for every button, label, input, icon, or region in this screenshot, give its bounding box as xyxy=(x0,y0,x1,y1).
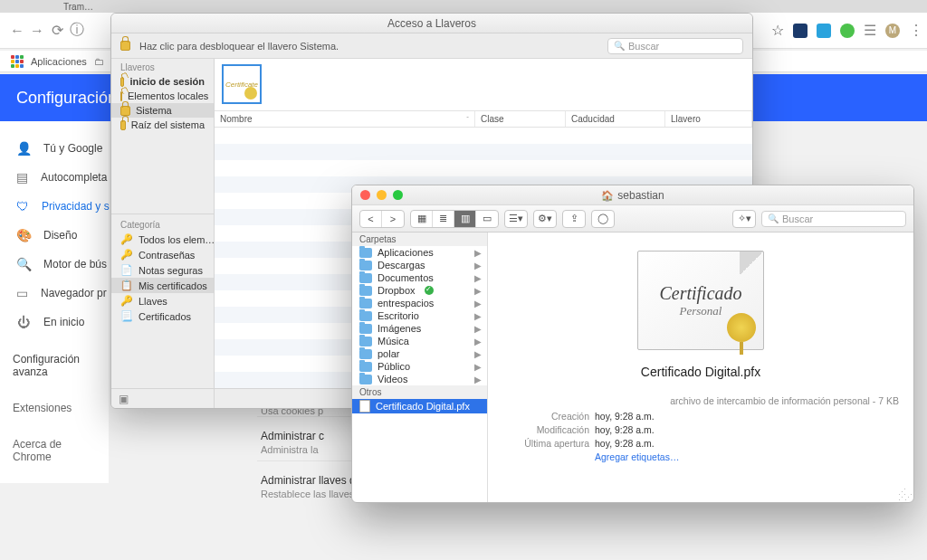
folder-item[interactable]: Documentos▶ xyxy=(352,271,487,284)
sidebar-label: Tú y Google xyxy=(43,142,102,155)
folder-icon xyxy=(359,299,372,308)
folder-label: Público xyxy=(377,361,410,372)
cert-thumbnail[interactable]: Certificate xyxy=(222,64,262,104)
palette-icon: 🎨 xyxy=(16,228,31,242)
dropbox-button[interactable]: ✧▾ xyxy=(733,211,755,227)
add-tags-link[interactable]: Agregar etiquetas… xyxy=(595,451,679,464)
col-clase[interactable]: Clase xyxy=(475,111,566,127)
arrange-button[interactable]: ☰▾ xyxy=(505,211,527,227)
sidebar-about[interactable]: Acerca de Chrome xyxy=(0,422,109,470)
finder-titlebar[interactable]: sebastian xyxy=(352,185,913,205)
folder-label: Descargas xyxy=(377,260,425,271)
folder-item[interactable]: Música▶ xyxy=(352,335,487,347)
sidebar-item-appearance[interactable]: 🎨Diseño xyxy=(0,221,109,250)
category-item-mycerts[interactable]: 📋Mis certificados xyxy=(111,278,214,293)
sidebar-item-onstartup[interactable]: ⏻En inicio xyxy=(0,308,109,337)
category-item-notes[interactable]: 📄Notas seguras xyxy=(111,262,214,278)
sidebar-advanced[interactable]: Configuración avanza xyxy=(0,337,109,385)
tags-button[interactable]: ◯ xyxy=(592,211,614,227)
browser-tab[interactable]: Tram… xyxy=(63,2,93,12)
col-caducidad[interactable]: Caducidad xyxy=(566,111,665,127)
sidebar-extensions[interactable]: Extensiones xyxy=(0,385,109,422)
forward-icon[interactable]: → xyxy=(27,23,47,39)
folder-icon xyxy=(359,286,372,296)
meta-row: Creaciónhoy, 9:28 a.m. xyxy=(502,410,899,423)
keychain-unlockbar: Haz clic para desbloquear el llavero Sis… xyxy=(111,33,752,59)
chevron-right-icon: ▶ xyxy=(474,286,482,296)
category-icon: 🔑 xyxy=(120,249,133,261)
keychain-search[interactable]: Buscar xyxy=(607,38,743,54)
meta-label: Modificación xyxy=(502,423,589,437)
view-icon-button[interactable]: ▦ xyxy=(411,211,433,227)
close-button[interactable] xyxy=(360,190,370,200)
folder-icon xyxy=(359,248,372,258)
apps-icon[interactable] xyxy=(11,55,24,68)
reload-icon[interactable]: ⟳ xyxy=(47,22,67,39)
bookmark-folder-icon[interactable]: 🗀 xyxy=(94,56,104,67)
finder-preview-pane: Certificado Personal Certificado Digital… xyxy=(488,233,913,502)
forward-button[interactable]: > xyxy=(382,211,404,227)
file-item-selected[interactable]: Certificado Digital.pfx xyxy=(352,399,487,413)
profile-avatar[interactable]: M xyxy=(885,24,900,38)
menu-icon[interactable]: ⋮ xyxy=(909,22,923,39)
view-buttons: ▦ ≣ ▥ ▭ xyxy=(410,210,499,228)
col-nombre[interactable]: Nombreˆ xyxy=(215,111,475,127)
share-button[interactable]: ⇪ xyxy=(563,211,585,227)
unlock-hint: Haz clic para desbloquear el llavero Sis… xyxy=(139,41,339,52)
meta-value: hoy, 9:28 a.m. xyxy=(595,423,655,437)
category-item-keys[interactable]: 🔑Llaves xyxy=(111,293,214,308)
chevron-right-icon: ▶ xyxy=(474,375,482,384)
folder-item[interactable]: entrespacios▶ xyxy=(352,297,487,309)
folder-item[interactable]: Público▶ xyxy=(352,360,487,373)
folder-icon xyxy=(359,273,372,283)
resize-grip[interactable]: ⋰⋰⋰ xyxy=(898,489,911,500)
item-label: Notas seguras xyxy=(139,265,203,276)
sidebar-item-you-and-google[interactable]: 👤Tú y Google xyxy=(0,134,109,163)
meta-label: Última apertura xyxy=(502,437,589,451)
sidebar-item-autofill[interactable]: ▤Autocompleta xyxy=(0,163,109,192)
action-button[interactable]: ⚙▾ xyxy=(534,211,556,227)
bookmark-star-icon[interactable]: ☆ xyxy=(771,22,784,39)
item-label: Llaves xyxy=(139,296,167,307)
key-icon: 🔑 xyxy=(120,295,133,307)
back-button[interactable]: < xyxy=(360,211,382,227)
keychain-item-login[interactable]: inicio de sesión xyxy=(111,74,214,89)
sidebar-item-privacy[interactable]: 🛡Privacidad y s xyxy=(0,192,109,221)
extension-icon[interactable] xyxy=(840,24,855,38)
folder-item[interactable]: Aplicaciones▶ xyxy=(352,246,487,259)
minimize-button[interactable] xyxy=(377,190,387,200)
extension-icon[interactable] xyxy=(793,24,808,38)
folder-item[interactable]: Videos▶ xyxy=(352,373,487,385)
keychain-titlebar[interactable]: Acceso a Llaveros xyxy=(111,14,752,33)
lock-icon[interactable] xyxy=(120,41,130,51)
sidebar-item-default-browser[interactable]: ▭Navegador pr xyxy=(0,279,109,308)
view-gallery-button[interactable]: ▭ xyxy=(476,211,498,227)
search-placeholder: Buscar xyxy=(782,214,813,224)
category-item-all[interactable]: 🔑Todos los elem… xyxy=(111,232,214,247)
view-column-button[interactable]: ▥ xyxy=(454,211,476,227)
col-llavero[interactable]: Llavero xyxy=(665,111,752,127)
category-item-passwords[interactable]: 🔑Contraseñas xyxy=(111,247,214,262)
back-icon[interactable]: ← xyxy=(7,23,27,39)
zoom-button[interactable] xyxy=(393,190,403,200)
finder-search[interactable]: Buscar xyxy=(761,211,906,227)
image-icon[interactable]: ▣ xyxy=(119,393,129,405)
reading-list-icon[interactable]: ☰ xyxy=(864,22,876,39)
folder-item[interactable]: Escritorio▶ xyxy=(352,309,487,322)
search-icon: 🔍 xyxy=(16,257,31,271)
view-list-button[interactable]: ≣ xyxy=(433,211,454,227)
folder-item[interactable]: Dropbox▶ xyxy=(352,284,487,297)
browser-icon: ▭ xyxy=(16,286,28,300)
llaveros-header: Llaveros xyxy=(111,59,214,74)
category-item-certs[interactable]: 📃Certificados xyxy=(111,308,214,324)
file-label: Certificado Digital.pfx xyxy=(376,401,470,412)
bookmarks-apps-label[interactable]: Aplicaciones xyxy=(31,56,87,67)
folder-item[interactable]: polar▶ xyxy=(352,347,487,360)
folder-item[interactable]: Descargas▶ xyxy=(352,259,487,271)
extension-icon[interactable] xyxy=(817,24,831,38)
info-icon[interactable]: ⓘ xyxy=(67,21,87,40)
folder-item[interactable]: Imágenes▶ xyxy=(352,322,487,335)
finder-column-1[interactable]: Carpetas Aplicaciones▶Descargas▶Document… xyxy=(352,233,488,502)
sidebar-item-search-engine[interactable]: 🔍Motor de bús xyxy=(0,250,109,279)
keychain-item-systemroot[interactable]: Raíz del sistema xyxy=(111,118,214,132)
